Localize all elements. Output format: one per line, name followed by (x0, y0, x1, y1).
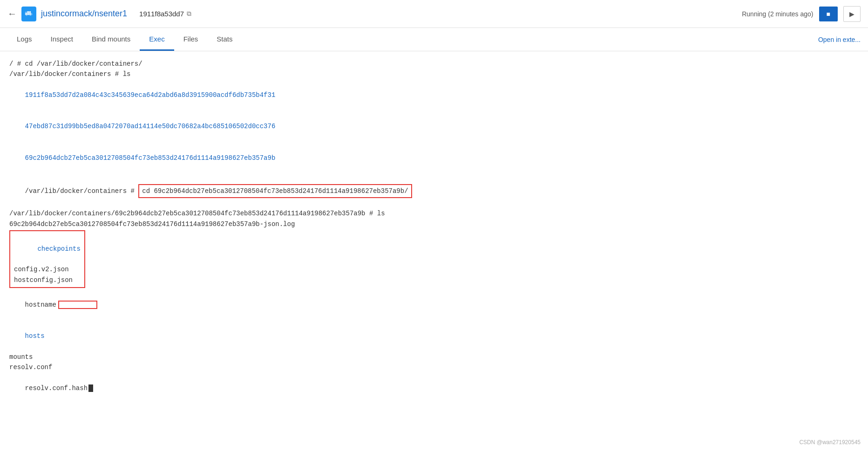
header-right: Running (2 minutes ago) ■ ▶ (742, 6, 861, 22)
tab-stats[interactable]: Stats (207, 28, 242, 51)
terminal-line-15: mounts (9, 352, 859, 362)
file-list-box: checkpoints config.v2.json hostconfig.js… (9, 230, 85, 288)
container-id-wrap: 1911f8a53dd7 ⧉ (139, 10, 191, 18)
terminal-line-7: /var/lib/docker/containers/69c2b964dcb27… (9, 208, 859, 219)
terminal-line-12: hostname (9, 289, 859, 320)
container-link-2[interactable]: 47ebd87c31d99bb5ed8a0472070ad14114e50dc7… (25, 123, 276, 130)
terminal-line-5: 69c2b964dcb27eb5ca3012708504fc73eb853d24… (9, 142, 859, 173)
terminal-line-3: 1911f8a53dd7d2a084c43c345639eca64d2abd6a… (9, 80, 859, 111)
terminal-line-11: hostconfig.json (14, 275, 81, 285)
terminal-line-16: resolv.conf (9, 362, 859, 372)
header-left: ← justincormack/nsenter1 1911f8a53dd7 ⧉ (7, 7, 742, 21)
container-icon (21, 7, 36, 21)
terminal-prompt-final: resolv.conf.hash (25, 384, 88, 392)
play-button[interactable]: ▶ (843, 6, 861, 22)
tab-logs[interactable]: Logs (7, 28, 41, 51)
terminal-line-1: / # cd /var/lib/docker/containers/ (9, 59, 859, 69)
container-link-1[interactable]: 1911f8a53dd7d2a084c43c345639eca64d2abd6a… (25, 91, 276, 99)
container-link-3[interactable]: 69c2b964dcb27eb5ca3012708504fc73eb853d24… (25, 154, 276, 162)
terminal-line-17: resolv.conf.hash (9, 372, 859, 404)
terminal-line-2: /var/lib/docker/containers # ls (9, 69, 859, 79)
watermark: CSDN @wan271920545 (799, 439, 861, 446)
terminal-line-10: config.v2.json (14, 264, 81, 275)
stop-button[interactable]: ■ (819, 7, 838, 21)
terminal-line-14: hosts (9, 320, 859, 351)
terminal-prompt-6: /var/lib/docker/containers # (25, 187, 139, 195)
checkpoints-link[interactable]: checkpoints (37, 245, 80, 253)
tab-exec[interactable]: Exec (140, 28, 174, 51)
copy-icon[interactable]: ⧉ (187, 10, 191, 18)
terminal-line-4: 47ebd87c31d99bb5ed8a0472070ad14114e50dc7… (9, 111, 859, 142)
hostname-inline-box (58, 301, 97, 309)
cd-command-box: cd 69c2b964dcb27eb5ca3012708504fc73eb853… (138, 184, 412, 198)
tabs-bar: Logs Inspect Bind mounts Exec Files Stat… (0, 28, 868, 51)
hostname-label: hostname (25, 301, 56, 309)
terminal-line-6: /var/lib/docker/containers # cd 69c2b964… (9, 173, 859, 208)
tab-bind-mounts[interactable]: Bind mounts (82, 28, 140, 51)
container-name[interactable]: justincormack/nsenter1 (41, 9, 127, 19)
status-text: Running (2 minutes ago) (742, 10, 813, 18)
terminal-line-8: 69c2b964dcb27eb5ca3012708504fc73eb853d24… (9, 219, 859, 229)
back-button[interactable]: ← (7, 8, 17, 19)
mounts-link[interactable]: hosts (25, 332, 45, 340)
header: ← justincormack/nsenter1 1911f8a53dd7 ⧉ … (0, 0, 868, 28)
terminal-cursor (88, 384, 93, 392)
tab-files[interactable]: Files (174, 28, 208, 51)
docker-icon (24, 9, 34, 19)
terminal-line-9: checkpoints (14, 233, 81, 264)
tab-inspect[interactable]: Inspect (41, 28, 82, 51)
container-id: 1911f8a53dd7 (139, 10, 184, 18)
terminal[interactable]: / # cd /var/lib/docker/containers/ /var/… (0, 51, 868, 424)
open-external-link[interactable]: Open in exte... (818, 36, 861, 43)
